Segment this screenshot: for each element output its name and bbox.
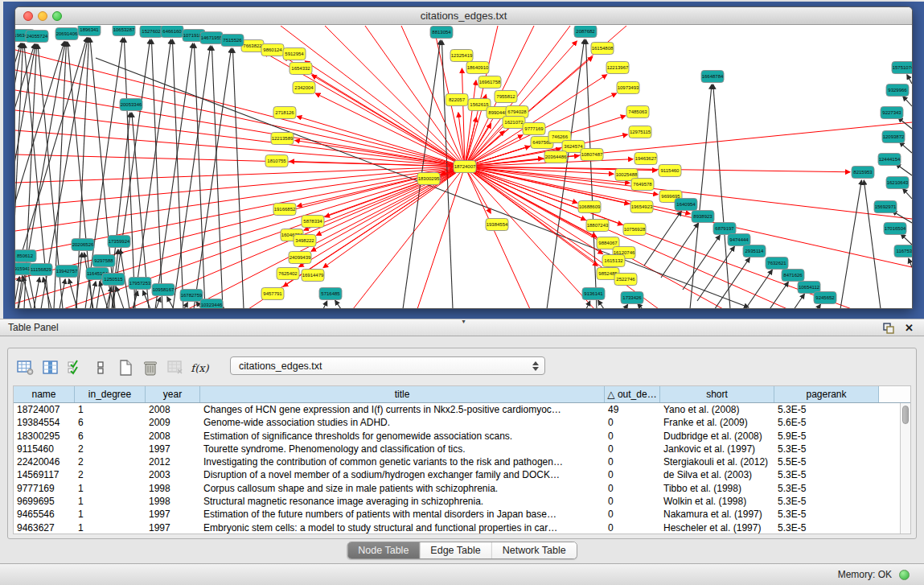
graph-node[interactable]: 11156829 — [30, 264, 52, 276]
graph-node[interactable]: 1167535 — [894, 245, 912, 257]
table-row[interactable]: 2242004622012Investigating the contribut… — [14, 455, 900, 468]
table-cell[interactable]: Wolkin et al. (1998) — [660, 495, 774, 508]
table-cell[interactable]: 1997 — [146, 443, 200, 455]
scrollbar-thumb[interactable] — [902, 406, 909, 424]
graph-node[interactable]: 7632621 — [766, 257, 788, 270]
graph-node[interactable]: 9860124 — [261, 44, 284, 56]
graph-node[interactable]: 17957253 — [129, 278, 151, 290]
table-cell[interactable]: 0 — [605, 521, 660, 534]
table-cell[interactable]: Embryonic stem cells: a model to study s… — [200, 521, 605, 534]
table-cell[interactable]: Stergiakouli et al. (2012) — [660, 455, 774, 468]
network-window-titlebar[interactable]: citations_edges.txt — [15, 7, 912, 25]
graph-node[interactable]: 7649578 — [631, 179, 654, 191]
memory-status-indicator[interactable] — [899, 570, 910, 580]
table-cell[interactable]: Changes of HCN gene expression and I(f) … — [200, 403, 605, 416]
table-row[interactable]: 1938455462009Genome-wide association stu… — [14, 416, 900, 429]
graph-node[interactable]: 2342004 — [293, 82, 315, 94]
column-header-6[interactable]: pagerank — [774, 386, 879, 402]
graph-node[interactable]: 12975115 — [629, 126, 651, 138]
graph-node[interactable]: 9115460 — [659, 165, 681, 177]
graph-node[interactable]: 10653287 — [113, 26, 135, 36]
graph-node[interactable]: 19384554 — [486, 219, 508, 231]
table-cell[interactable]: 0 — [605, 482, 660, 495]
graph-node[interactable]: 1250515 — [102, 274, 125, 286]
table-cell[interactable]: Jankovic et al. (1997) — [660, 443, 774, 455]
graph-node[interactable]: 9245652 — [814, 292, 836, 304]
table-options-button[interactable] — [14, 357, 36, 378]
table-cell[interactable]: 2 — [75, 468, 146, 481]
table-cell[interactable]: Tourette syndrome. Phenomenology and cla… — [200, 443, 605, 455]
graph-node[interactable]: 17359924 — [108, 236, 130, 248]
graph-node[interactable]: 1810755 — [265, 155, 288, 167]
graph-node[interactable]: 12213967 — [606, 62, 629, 74]
table-cell[interactable]: 5.3E-5 — [774, 443, 879, 455]
table-cell[interactable]: 9115460 — [14, 443, 75, 455]
graph-node[interactable]: 12213589 — [271, 133, 294, 145]
table-cell[interactable]: 0 — [605, 495, 660, 508]
graph-node[interactable]: 14671955 — [200, 32, 223, 44]
table-row[interactable]: 969969511998Structural magnetic resonanc… — [14, 495, 900, 508]
graph-node[interactable]: 9297588 — [92, 255, 115, 267]
graph-node[interactable]: 18724007 — [454, 161, 476, 173]
delete-table-button[interactable] — [139, 357, 161, 378]
table-cell[interactable]: 9699695 — [14, 495, 75, 508]
table-cell[interactable]: 5.3E-5 — [774, 521, 879, 534]
table-mode-button[interactable] — [89, 357, 111, 378]
table-cell[interactable]: Franke et al. (2009) — [660, 416, 774, 429]
function-builder-button[interactable]: f(x) — [189, 357, 211, 378]
tab-node-table[interactable]: Node Table — [347, 542, 420, 558]
table-cell[interactable]: Corpus callosum shape and size in male p… — [200, 482, 605, 495]
table-cell[interactable]: 18300295 — [14, 430, 75, 443]
graph-node[interactable]: 19463627 — [634, 153, 657, 165]
table-cell[interactable]: 1 — [75, 482, 146, 495]
graph-node[interactable]: 2087682 — [574, 26, 597, 38]
show-column-button[interactable] — [39, 357, 61, 378]
graph-node[interactable]: 18640910 — [466, 62, 489, 74]
table-cell[interactable]: 5.3E-5 — [774, 495, 879, 508]
graph-node[interactable]: 6466160 — [161, 26, 183, 38]
graph-node[interactable]: 10973493 — [617, 82, 639, 94]
graph-node[interactable]: 1654332 — [290, 63, 312, 75]
column-header-3[interactable]: title — [200, 386, 605, 402]
table-cell[interactable]: 0 — [605, 468, 660, 481]
graph-node[interactable]: 9227343 — [881, 107, 903, 119]
table-cell[interactable]: 1 — [75, 403, 146, 416]
table-cell[interactable]: 2012 — [146, 455, 200, 468]
table-row[interactable]: 1872400712008Changes of HCN gene express… — [14, 403, 900, 416]
table-cell[interactable]: 5.9E-5 — [774, 430, 879, 443]
graph-node[interactable]: 12093872 — [882, 131, 905, 143]
table-cell[interactable]: Structural magnetic resonance image aver… — [200, 495, 605, 508]
table-cell[interactable]: 1 — [75, 508, 146, 521]
table-cell[interactable]: 5.3E-5 — [774, 508, 879, 521]
table-cell[interactable]: 5.6E-5 — [774, 416, 879, 429]
table-cell[interactable]: 1 — [75, 495, 146, 508]
table-cell[interactable]: 6 — [75, 430, 146, 443]
table-selector-dropdown[interactable]: citations_edges.txt — [230, 356, 545, 375]
graph-node[interactable]: 20053346 — [120, 99, 142, 111]
table-cell[interactable]: 19384554 — [14, 416, 75, 429]
table-cell[interactable]: 0 — [605, 508, 660, 521]
table-row[interactable]: 1456911722003Disruption of a novel membe… — [14, 468, 900, 481]
graph-node[interactable]: 7625402 — [277, 268, 299, 280]
table-cell[interactable]: Estimation of significance thresholds fo… — [200, 430, 605, 443]
table-cell[interactable]: 5.3E-5 — [774, 468, 879, 481]
tab-edge-table[interactable]: Edge Table — [420, 542, 491, 558]
table-cell[interactable]: 6 — [75, 416, 146, 429]
graph-node[interactable]: 10323446 — [200, 299, 223, 309]
table-cell[interactable]: 22420046 — [14, 455, 75, 468]
graph-node[interactable]: 850612 — [15, 250, 36, 262]
table-cell[interactable]: 9777169 — [14, 482, 75, 495]
graph-node[interactable]: 16154808 — [591, 43, 614, 55]
graph-node[interactable]: 8471626 — [782, 270, 804, 282]
table-cell[interactable]: Genome-wide association studies in ADHD. — [200, 416, 605, 429]
graph-node[interactable]: 24099439 — [289, 252, 311, 264]
table-cell[interactable]: Estimation of the future numbers of pati… — [200, 508, 605, 521]
graph-node[interactable]: 9136141 — [582, 288, 605, 300]
column-header-5[interactable]: short — [660, 386, 774, 402]
graph-node[interactable]: 7663822 — [241, 40, 264, 52]
graph-node[interactable]: 1640954 — [675, 199, 697, 211]
graph-node[interactable]: 2522746 — [614, 274, 637, 286]
table-cell[interactable]: 5.3E-5 — [774, 482, 879, 495]
graph-node[interactable]: 12444154 — [878, 154, 901, 166]
graph-node[interactable]: 15751074 — [892, 62, 912, 74]
